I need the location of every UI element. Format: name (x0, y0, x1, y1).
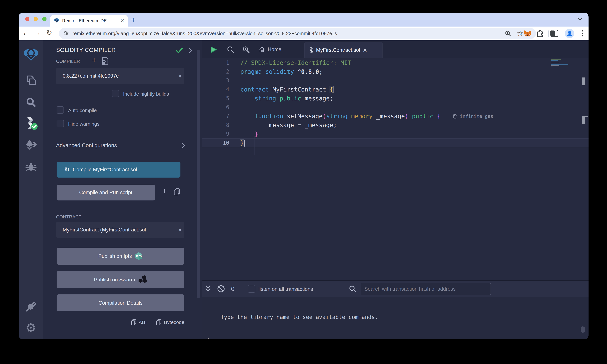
code-area[interactable]: 1// SPDX-License-Identifier: MIT2pragma … (202, 58, 589, 280)
browser-tab[interactable]: Remix - Ethereum IDE × (50, 15, 128, 26)
extensions-puzzle-icon[interactable] (535, 29, 544, 39)
code-line: 1// SPDX-License-Identifier: MIT (202, 58, 589, 67)
copy-row: ABI Bytecode (56, 319, 185, 325)
text-cursor (244, 140, 245, 146)
browser-tabstrip: Remix - Ethereum IDE × + (19, 13, 589, 26)
tab-close-icon[interactable]: × (120, 18, 124, 24)
solidity-compiler-icon[interactable] (19, 117, 43, 130)
solidity-compiler-panel: SOLIDITY COMPILER COMPILER + 0.8.22+comm… (43, 40, 201, 339)
metamask-extension-icon[interactable] (523, 29, 532, 39)
profile-avatar[interactable] (565, 29, 574, 39)
swarm-icon (138, 275, 147, 285)
publish-ipfs-button[interactable]: Publish on Ipfs IPFS (57, 247, 185, 265)
browser-menu-icon[interactable]: ⋮ (579, 29, 586, 37)
home-icon (258, 46, 265, 53)
address-bar[interactable]: remix.ethereum.org/#lang=en&optimize=fal… (59, 28, 536, 39)
zoom-page-icon[interactable] (505, 30, 511, 37)
url-text: remix.ethereum.org/#lang=en&optimize=fal… (72, 31, 337, 36)
editor-tabbar: Home MyFirstContract.sol × (202, 40, 589, 58)
terminal-body[interactable]: Type the library name to see available c… (202, 297, 589, 339)
traffic-zoom-button[interactable] (42, 17, 47, 21)
terminal-prompt: > (208, 336, 211, 339)
code-line: 8 message = _message; (202, 121, 589, 130)
debugger-bug-icon[interactable] (19, 161, 43, 172)
compile-button[interactable]: ↻ Compile MyFirstContract.sol (57, 162, 180, 178)
overview-ruler-block (582, 117, 585, 124)
gas-annotation: infinite gas (453, 112, 493, 121)
remix-app: ⚙ SOLIDITY COMPILER COMPILER + 0.8.22+co… (19, 40, 589, 339)
zoom-in-icon[interactable] (242, 46, 250, 54)
site-settings-icon[interactable] (64, 30, 69, 37)
compilation-details-label: Compilation Details (98, 300, 143, 306)
compiler-version-select[interactable]: 0.8.22+commit.4fc1097e ▲▼ (56, 68, 185, 84)
editor-scrollbar-thumb[interactable] (582, 78, 585, 85)
compile-and-run-button[interactable]: Compile and Run script (57, 185, 155, 200)
compilation-details-button[interactable]: Compilation Details (57, 294, 185, 312)
zoom-out-icon[interactable] (227, 46, 234, 54)
settings-gear-icon[interactable]: ⚙ (19, 321, 43, 335)
minimap[interactable] (551, 59, 582, 68)
copy-bytecode-button[interactable]: Bytecode (156, 319, 185, 325)
terminal-hint: Type the library name to see available c… (221, 314, 378, 320)
tab-search-icon[interactable] (577, 17, 583, 22)
license-icon[interactable] (102, 57, 108, 66)
copy-icon (131, 319, 136, 325)
hide-warnings-checkbox[interactable] (57, 120, 64, 127)
clear-console-icon[interactable] (217, 285, 225, 294)
new-tab-button[interactable]: + (129, 15, 138, 24)
file-tab-close-icon[interactable]: × (363, 47, 367, 53)
advanced-chevron-icon[interactable] (182, 143, 185, 149)
include-nightly-label: Include nightly builds (123, 91, 169, 97)
advanced-config-toggle[interactable]: Advanced Configurations (56, 142, 117, 149)
copy-abi-button[interactable]: ABI (131, 319, 147, 325)
forward-button[interactable]: → (34, 29, 41, 37)
publish-swarm-button[interactable]: Publish on Swarm (57, 271, 185, 288)
compile-button-label: Compile MyFirstContract.sol (73, 167, 137, 173)
reload-button[interactable]: ↻ (46, 29, 52, 36)
solidity-file-icon (309, 47, 313, 53)
info-icon[interactable]: i (164, 187, 165, 195)
back-button[interactable]: ← (22, 29, 29, 37)
code-line: 9 } (202, 130, 589, 139)
icon-rail: ⚙ (19, 40, 43, 339)
plugin-manager-icon[interactable] (19, 300, 43, 312)
file-tab-label: MyFirstContract.sol (316, 47, 360, 53)
overview-ruler-mark (582, 116, 588, 117)
listen-transactions-checkbox[interactable] (248, 285, 255, 293)
contract-select[interactable]: MyFirstContract (MyFirstContract.sol ▲▼ (56, 222, 185, 238)
terminal-scrollbar-thumb[interactable] (581, 326, 585, 333)
publish-ipfs-label: Publish on Ipfs (98, 253, 132, 259)
tab-home[interactable]: Home (258, 40, 281, 58)
tab-myfirstcontract[interactable]: MyFirstContract.sol × (304, 42, 383, 58)
editor-area: Home MyFirstContract.sol × 1// SPDX-Lice… (202, 40, 589, 280)
terminal-search-input[interactable] (361, 283, 491, 295)
compiler-label: COMPILER (56, 59, 80, 64)
run-script-play-icon[interactable] (210, 46, 217, 54)
home-tab-label: Home (268, 47, 281, 52)
remix-logo-icon[interactable] (19, 48, 43, 62)
refresh-icon: ↻ (65, 166, 69, 173)
code-line: 10} (202, 139, 589, 147)
panel-chevron-right-icon[interactable] (188, 48, 193, 54)
contract-select-value: MyFirstContract (MyFirstContract.sol (63, 227, 179, 233)
publish-swarm-label: Publish on Swarm (94, 277, 135, 283)
search-icon[interactable] (19, 97, 43, 107)
panel-scrollbar[interactable] (197, 50, 200, 298)
panel-title: SOLIDITY COMPILER (56, 47, 116, 53)
contract-label: CONTRACT (56, 214, 81, 220)
copy-icon (156, 319, 161, 325)
side-panel-icon[interactable] (550, 29, 558, 38)
deploy-run-icon[interactable] (19, 140, 43, 151)
file-explorer-icon[interactable] (19, 75, 43, 86)
auto-compile-checkbox[interactable] (57, 106, 64, 114)
collapse-terminal-icon[interactable] (205, 285, 211, 293)
code-line: 7 function setMessage(string memory _mes… (202, 112, 589, 121)
ipfs-icon: IPFS (135, 252, 143, 260)
traffic-minimize-button[interactable] (34, 17, 38, 21)
copy-script-icon[interactable] (173, 188, 180, 196)
traffic-close-button[interactable] (25, 17, 29, 21)
include-nightly-checkbox[interactable] (112, 90, 119, 97)
add-compiler-button[interactable]: + (92, 56, 96, 64)
bookmark-star-icon[interactable]: ☆ (517, 29, 523, 38)
browser-window: Remix - Ethereum IDE × + ← → ↻ remix.eth… (19, 13, 589, 339)
